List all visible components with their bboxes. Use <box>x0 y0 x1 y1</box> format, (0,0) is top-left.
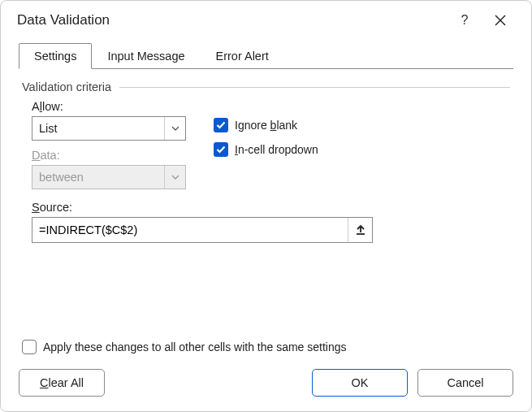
checkbox-checked-icon <box>214 142 228 157</box>
source-input[interactable] <box>32 218 348 242</box>
source-row: Source: <box>22 201 510 243</box>
tab-settings[interactable]: Settings <box>19 43 92 69</box>
close-button[interactable] <box>482 7 518 33</box>
allow-label: Allow: <box>32 100 186 113</box>
dialog-title: Data Validation <box>17 12 447 28</box>
close-icon <box>495 15 506 26</box>
apply-all-row[interactable]: Apply these changes to all other cells w… <box>19 340 513 369</box>
allow-select[interactable]: List <box>32 116 186 141</box>
data-select: between <box>32 165 186 189</box>
checkbox-unchecked-icon <box>22 340 37 354</box>
tab-strip: Settings Input Message Error Alert <box>19 43 513 69</box>
settings-panel: Validation criteria Allow: List Data: <box>19 69 513 340</box>
help-icon: ? <box>461 13 469 28</box>
criteria-row: Allow: List Data: between <box>22 100 510 189</box>
tab-input-message[interactable]: Input Message <box>92 43 200 69</box>
range-picker-icon <box>355 224 366 236</box>
ignore-blank-checkbox[interactable]: Ignore blank <box>214 118 318 132</box>
checks-col: Ignore blank In-cell dropdown <box>214 100 318 167</box>
cancel-button[interactable]: Cancel <box>417 369 513 397</box>
ok-button[interactable]: OK <box>312 369 408 397</box>
group-validation-criteria: Validation criteria <box>22 80 510 93</box>
incell-dropdown-checkbox[interactable]: In-cell dropdown <box>214 142 318 157</box>
range-picker-button[interactable] <box>348 218 372 242</box>
incell-dropdown-label: In-cell dropdown <box>235 143 318 156</box>
source-input-wrap <box>32 217 373 243</box>
dialog-body: Settings Input Message Error Alert Valid… <box>1 37 531 369</box>
help-button[interactable]: ? <box>447 7 482 33</box>
source-label: Source: <box>32 201 510 214</box>
data-label: Data: <box>32 149 186 162</box>
clear-all-button[interactable]: Clear All <box>19 369 105 397</box>
titlebar: Data Validation ? <box>1 1 531 37</box>
data-validation-dialog: Data Validation ? Settings Input Message… <box>0 0 532 412</box>
apply-all-label: Apply these changes to all other cells w… <box>43 340 347 353</box>
chevron-down-icon <box>164 166 185 189</box>
allow-col: Allow: List Data: between <box>32 100 186 189</box>
dialog-footer: Clear All OK Cancel <box>1 369 531 411</box>
tab-error-alert[interactable]: Error Alert <box>201 43 284 69</box>
checkbox-checked-icon <box>214 118 228 132</box>
chevron-down-icon <box>164 117 185 140</box>
ignore-blank-label: Ignore blank <box>235 119 297 132</box>
